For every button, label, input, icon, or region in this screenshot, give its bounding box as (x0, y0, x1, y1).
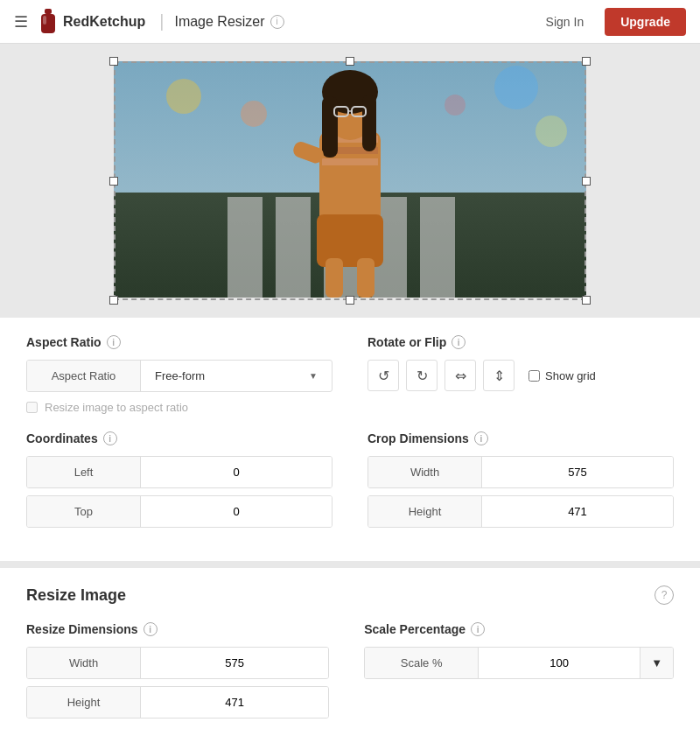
crop-dimensions-group: Crop Dimensions i Width Height (368, 431, 674, 535)
svg-point-8 (444, 95, 466, 116)
top-field-row: Top (26, 495, 332, 528)
rotate-right-icon: ↻ (416, 368, 428, 384)
signin-button[interactable]: Sign In (536, 10, 595, 34)
svg-point-6 (494, 66, 538, 109)
aspect-ratio-info-icon[interactable]: i (107, 335, 121, 349)
resize-to-aspect-row: Resize image to aspect ratio (26, 401, 332, 414)
resize-width-field-row: Width (26, 647, 329, 679)
top-input[interactable] (141, 496, 332, 527)
show-grid-label: Show grid (528, 369, 596, 382)
header-divider: | (159, 11, 164, 32)
aspect-ratio-group: Aspect Ratio i Aspect Ratio Free-form ▼ … (26, 335, 332, 414)
flip-vertical-button[interactable]: ⇕ (483, 360, 514, 391)
rotate-flip-title: Rotate or Flip i (368, 335, 674, 349)
resize-height-label: Height (27, 687, 141, 718)
left-input[interactable] (141, 457, 332, 487)
rotate-controls: ↺ ↻ ⇔ ⇕ Show grid (368, 360, 674, 391)
svg-rect-14 (420, 197, 455, 298)
svg-rect-2 (43, 16, 46, 25)
svg-rect-21 (322, 96, 338, 158)
svg-rect-18 (322, 158, 378, 165)
svg-rect-11 (276, 197, 311, 298)
crop-width-input[interactable] (482, 457, 673, 487)
resize-width-input[interactable] (141, 648, 328, 678)
resize-dimensions-group: Resize Dimensions i Width Height (26, 622, 329, 725)
svg-rect-28 (326, 258, 343, 298)
image-canvas-area (0, 44, 700, 318)
scale-dropdown-arrow: ▼ (651, 656, 662, 669)
resize-help-icon[interactable]: ? (654, 585, 674, 605)
resize-width-label: Width (27, 648, 141, 678)
controls-row-1: Aspect Ratio i Aspect Ratio Free-form ▼ … (26, 335, 674, 414)
scale-dropdown[interactable]: ▼ (640, 648, 673, 678)
svg-point-5 (241, 101, 267, 127)
crop-container[interactable] (114, 61, 586, 300)
resize-height-input[interactable] (141, 687, 328, 718)
logo: RedKetchup (38, 9, 145, 35)
crop-handle-bottom-right[interactable] (582, 296, 591, 305)
rotate-flip-group: Rotate or Flip i ↺ ↻ ⇔ ⇕ Show grid (368, 335, 674, 414)
app-title-area: Image Resizer i (174, 14, 284, 30)
coordinates-info-icon[interactable]: i (103, 431, 117, 445)
flip-horizontal-button[interactable]: ⇔ (444, 360, 476, 391)
section-separator (0, 561, 700, 568)
svg-rect-22 (362, 95, 376, 151)
svg-point-7 (536, 116, 567, 147)
svg-point-4 (166, 79, 201, 114)
app-header: ☰ RedKetchup | Image Resizer i Sign In U… (0, 0, 700, 44)
crop-handle-bottom-left[interactable] (109, 296, 118, 305)
crop-handle-top-left[interactable] (109, 57, 118, 66)
rotate-flip-info-icon[interactable]: i (452, 335, 466, 349)
svg-rect-0 (45, 9, 52, 14)
aspect-ratio-dropdown[interactable]: Free-form ▼ (141, 361, 332, 391)
crop-height-input[interactable] (482, 496, 673, 527)
rotate-left-button[interactable]: ↺ (368, 360, 399, 391)
resize-section-title: Resize Image (26, 586, 126, 605)
crop-height-label: Height (368, 496, 482, 527)
show-grid-checkbox[interactable] (528, 370, 540, 382)
crop-height-field-row: Height (368, 495, 674, 528)
crop-dimensions-info-icon[interactable]: i (474, 431, 488, 445)
resize-controls-row: Resize Dimensions i Width Height Scale P… (26, 622, 674, 725)
left-label: Left (27, 457, 141, 487)
menu-icon[interactable]: ☰ (14, 12, 28, 32)
resize-dimensions-info-icon[interactable]: i (144, 622, 158, 636)
top-label: Top (27, 496, 141, 527)
crop-width-field-row: Width (368, 456, 674, 488)
scale-label: Scale % (365, 648, 479, 678)
resize-to-aspect-checkbox[interactable] (26, 402, 38, 413)
app-title-info-icon[interactable]: i (270, 15, 284, 29)
controls-row-2: Coordinates i Left Top Crop Dimensions i… (26, 431, 674, 535)
coordinates-group: Coordinates i Left Top (26, 431, 332, 535)
crop-handle-top-right[interactable] (582, 57, 591, 66)
upgrade-button[interactable]: Upgrade (605, 8, 686, 36)
rotate-left-icon: ↺ (378, 368, 389, 384)
crop-handle-bottom-middle[interactable] (346, 296, 354, 305)
resize-to-aspect-label: Resize image to aspect ratio (45, 401, 188, 414)
flip-h-icon: ⇔ (455, 368, 466, 384)
photo-image (114, 61, 586, 298)
svg-rect-29 (357, 258, 374, 298)
crop-handle-middle-left[interactable] (109, 177, 118, 186)
scale-percentage-info-icon[interactable]: i (471, 622, 485, 636)
controls-section: Aspect Ratio i Aspect Ratio Free-form ▼ … (0, 318, 700, 561)
scale-percentage-group: Scale Percentage i Scale % ▼ (364, 622, 674, 725)
scale-input[interactable] (479, 648, 640, 678)
svg-rect-27 (317, 214, 383, 267)
logo-text: RedKetchup (63, 14, 145, 30)
resize-dimensions-title: Resize Dimensions i (26, 622, 329, 636)
resize-height-field-row: Height (26, 686, 329, 718)
aspect-ratio-label: Aspect Ratio (27, 361, 141, 391)
rotate-right-button[interactable]: ↻ (406, 360, 438, 391)
flip-v-icon: ⇕ (494, 368, 505, 384)
scale-percentage-title: Scale Percentage i (364, 622, 674, 636)
crop-dimensions-title: Crop Dimensions i (368, 431, 674, 445)
scale-field-row: Scale % ▼ (364, 647, 674, 679)
resize-section-header: Resize Image ? (26, 585, 674, 605)
aspect-ratio-field: Aspect Ratio Free-form ▼ (26, 360, 332, 392)
crop-handle-top-middle[interactable] (346, 57, 354, 66)
aspect-ratio-title: Aspect Ratio i (26, 335, 332, 349)
logo-bottle-icon (38, 9, 58, 35)
crop-handle-middle-right[interactable] (582, 177, 591, 186)
app-title: Image Resizer (174, 14, 264, 30)
